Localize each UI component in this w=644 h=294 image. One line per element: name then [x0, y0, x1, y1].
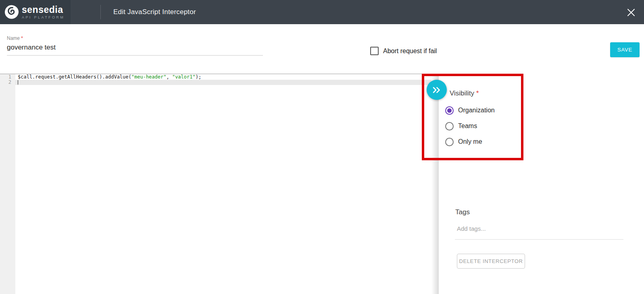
- editor-gutter: 12: [0, 74, 15, 294]
- code-token-plain: ,: [166, 74, 172, 80]
- code-line[interactable]: [15, 80, 431, 85]
- code-editor[interactable]: 12 $call.request.getAllHeaders().addValu…: [0, 74, 431, 294]
- required-asterisk: *: [21, 35, 23, 41]
- radio-dot: [447, 140, 452, 144]
- radio-label: Organization: [458, 107, 495, 114]
- abort-request-label: Abort request if fail: [383, 48, 437, 55]
- visibility-option-organization[interactable]: Organization: [445, 106, 546, 115]
- radio-dot: [447, 124, 452, 128]
- expand-panel-button[interactable]: [427, 80, 447, 100]
- abort-request-checkbox[interactable]: [370, 47, 379, 55]
- close-icon: [626, 8, 636, 17]
- visibility-option-teams[interactable]: Teams: [445, 122, 546, 130]
- visibility-radio-group: OrganizationTeamsOnly me: [445, 106, 546, 153]
- panel-edge-shadow: [431, 74, 439, 294]
- code-token-plain: );: [196, 74, 201, 80]
- radio-button-icon[interactable]: [445, 138, 454, 146]
- brand-subtitle: API PLATFORM: [22, 16, 65, 19]
- radio-button-icon[interactable]: [445, 106, 454, 115]
- page-title: Edit JavaScript Interceptor: [113, 0, 196, 24]
- name-input[interactable]: [7, 41, 263, 56]
- name-label: Name *: [7, 35, 263, 41]
- visibility-option-only-me[interactable]: Only me: [445, 137, 546, 146]
- delete-interceptor-button[interactable]: DELETE INTERCEPTOR: [457, 254, 525, 269]
- line-number: 1: [0, 75, 15, 80]
- double-chevron-right-icon: [432, 87, 441, 93]
- sensedia-logo: sensedia API PLATFORM: [0, 0, 71, 24]
- close-button[interactable]: [624, 6, 638, 19]
- line-number: 2: [0, 80, 15, 85]
- radio-label: Teams: [458, 122, 477, 130]
- sensedia-logo-icon: [4, 4, 19, 20]
- abort-request-group: Abort request if fail: [370, 47, 437, 55]
- radio-button-icon[interactable]: [445, 122, 454, 130]
- header-divider: [100, 5, 101, 19]
- edit-javascript-interceptor-dialog: sensedia API PLATFORM Edit JavaScript In…: [0, 0, 644, 294]
- code-line[interactable]: $call.request.getAllHeaders().addValue("…: [15, 75, 431, 80]
- visibility-label: Visibility *: [450, 89, 479, 97]
- required-asterisk: *: [476, 89, 479, 97]
- brand-name: sensedia: [22, 5, 65, 14]
- save-button[interactable]: SAVE: [610, 42, 640, 57]
- radio-label: Only me: [458, 138, 482, 145]
- code-token-string: "valor1": [172, 74, 196, 80]
- name-field-group: Name *: [7, 35, 263, 56]
- tags-input[interactable]: [455, 224, 623, 240]
- radio-dot: [447, 108, 452, 113]
- tags-label: Tags: [455, 208, 470, 216]
- code-token-plain: $call.request.getAllHeaders().addValue(: [18, 74, 131, 80]
- logo-text: sensedia API PLATFORM: [22, 5, 65, 19]
- text-cursor: [18, 80, 18, 85]
- header-bar: sensedia API PLATFORM Edit JavaScript In…: [0, 0, 644, 24]
- code-token-string: "meu-header": [131, 74, 167, 80]
